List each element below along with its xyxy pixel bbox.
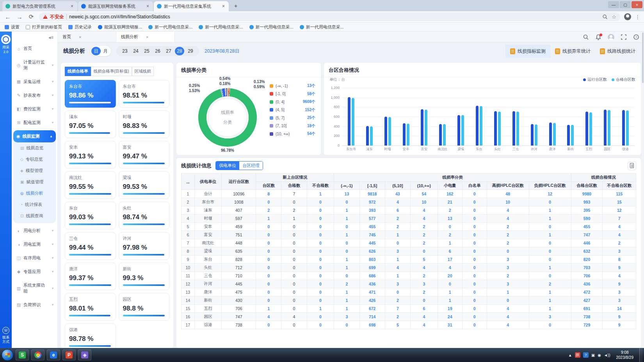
sidebar-subitem-模型管理[interactable]: ◈模型管理 — [13, 165, 56, 176]
table-row[interactable]: 5安丰45900004552200204554 — [181, 223, 636, 231]
cards-tab-线损合格率(目标值)[interactable]: 线损合格率(目标值) — [91, 67, 132, 76]
sidebar-item-用电分析[interactable]: ◐用电分析▼ — [12, 224, 57, 238]
back-icon[interactable]: ← — [4, 14, 12, 20]
maximize-button[interactable]: ▢ — [620, 1, 631, 8]
day-option-28[interactable]: 28 — [175, 47, 184, 55]
browser-tab[interactable]: 能源互联网营销服务系统× — [78, 1, 153, 11]
page-tab-线损分析[interactable]: 线损分析× — [116, 32, 175, 42]
minimize-button[interactable]: — — [608, 1, 619, 8]
sidebar-subitem-线损分析[interactable]: ◎线损分析 — [13, 188, 56, 199]
pass-rate-card[interactable]: 南沈灶99.55 % — [65, 171, 116, 199]
bookmark-item[interactable]: 新一代用电信息采... — [300, 24, 344, 30]
table-toggle-台区经理[interactable]: 台区经理 — [239, 161, 263, 170]
page-scrollbar[interactable] — [642, 32, 644, 348]
pass-rate-card[interactable]: 东台99.03 % — [65, 202, 116, 229]
sidebar-subitem-专职总览[interactable]: ◇专职总览 — [13, 154, 56, 165]
pass-rate-card[interactable]: 许河97.98 % — [119, 232, 170, 260]
tray-icon[interactable]: ◉ — [598, 353, 601, 357]
sidebar-item-负荷辨识[interactable]: ▨负荷辨识▼ — [12, 298, 57, 312]
refresh-icon[interactable]: ⟳ — [27, 13, 35, 20]
search-icon[interactable] — [583, 34, 589, 40]
sidebar-item-专题应用[interactable]: ◆专题应用▼ — [12, 265, 57, 279]
taskbar-app-eic-client[interactable]: ◈ — [78, 350, 91, 360]
view-tab-线损异常统计[interactable]: 线损异常统计 — [550, 45, 595, 58]
pass-rate-card[interactable]: 新街99.3 % — [119, 263, 170, 290]
bookmark-item[interactable]: 历史记录 — [68, 24, 92, 30]
tab-close-icon[interactable]: × — [146, 4, 150, 9]
user-avatar[interactable] — [608, 34, 614, 41]
tray-app-icon[interactable]: 拼 — [575, 352, 580, 358]
table-row[interactable]: 10头灶71200016994440317039 — [181, 264, 636, 272]
sidebar-item-配电监测[interactable]: ⊞配电监测▼ — [12, 116, 57, 130]
sidebar-subitem-线损总览[interactable]: ▤线损总览 — [13, 142, 56, 154]
help-icon[interactable]: ? — [633, 34, 639, 40]
pass-rate-card[interactable]: 东台市98.51 % — [119, 80, 170, 108]
day-option-23[interactable]: 23 — [120, 47, 130, 55]
table-row[interactable]: 13唐洋47500014710210114723 — [181, 288, 636, 296]
cards-tab-区域线损[interactable]: 区域线损 — [132, 67, 154, 76]
day-option-29[interactable]: 29 — [186, 47, 195, 55]
tray-icon[interactable]: ▲ — [568, 353, 572, 357]
table-row[interactable]: 1合计100968711398184354162048129980115 — [181, 190, 636, 198]
table-row[interactable]: 9东台828000180315170308208 — [181, 256, 636, 264]
tab-close-icon[interactable]: × — [70, 4, 74, 9]
pass-rate-card[interactable]: 梁垛99.53 % — [119, 171, 170, 199]
scrollbar-thumb[interactable] — [642, 32, 644, 83]
sidebar-subitem-统计报表[interactable]: ◔统计报表 — [13, 199, 56, 210]
bookmark-item[interactable]: 新一代用电信息采... — [148, 24, 192, 30]
pass-rate-card[interactable]: 唐洋99.37 % — [65, 263, 116, 290]
pass-rate-card[interactable]: 三仓99.44 % — [65, 232, 116, 260]
profile-avatar[interactable] — [624, 13, 631, 20]
table-row[interactable]: 11三仓710000068612200207064 — [181, 272, 636, 280]
taskbar-app-chrome[interactable] — [31, 350, 44, 360]
zoom-icon[interactable] — [602, 14, 608, 20]
new-tab-button[interactable]: + — [231, 2, 240, 10]
forward-icon[interactable]: → — [16, 14, 23, 20]
sidebar-item-线损监测[interactable]: ◉线损监测▲ — [13, 130, 56, 142]
pass-rate-card[interactable]: 园区98.8 % — [119, 293, 170, 321]
bookmark-item[interactable]: 新一代用电信息采... — [199, 24, 243, 30]
sidebar-collapse-icon[interactable]: ◂≡ — [12, 33, 57, 42]
sidebar-item-首页[interactable]: ⌂首页 — [12, 42, 57, 55]
page-tab-close-icon[interactable]: × — [146, 35, 148, 39]
taskbar-clock[interactable]: 9:08 2023/8/29 — [613, 350, 637, 360]
sidebar-subitem-赋值管理[interactable]: ▣赋值管理 — [13, 176, 56, 188]
table-row[interactable]: 16园区747440371424240437389 — [181, 313, 636, 321]
pass-rate-card[interactable]: 时堰98.83 % — [119, 110, 170, 138]
tray-help-icon[interactable]: ? — [583, 352, 589, 358]
page-tab-close-icon[interactable]: × — [79, 35, 81, 39]
pass-rate-card[interactable]: 富安99.47 % — [119, 141, 170, 169]
pass-rate-card[interactable]: 五烈98.01 % — [65, 293, 116, 321]
day-option-25[interactable]: 25 — [142, 47, 151, 55]
table-row[interactable]: 2东台市1008000097241021010099315 — [181, 198, 636, 206]
show-desktop-button[interactable] — [639, 348, 642, 362]
bookmark-item[interactable]: 能源互联网营销服... — [98, 24, 142, 30]
tray-icon[interactable]: ▣ — [591, 353, 595, 357]
period-option-月[interactable]: 月 — [101, 47, 110, 55]
table-row[interactable]: 7南沈灶44800004450210204462 — [181, 239, 636, 247]
bookmark-item[interactable]: 打开新的标签页 — [26, 24, 62, 30]
sidebar-item-用电监测[interactable]: ◑用电监测▼ — [12, 238, 57, 251]
bookmark-item[interactable]: 新一代用电信息采... — [249, 24, 294, 30]
bookmark-item[interactable]: 设置 — [5, 24, 20, 30]
sidebar-item-抄表发布[interactable]: ✎抄表发布▼ — [12, 89, 57, 102]
pass-rate-card[interactable]: 头灶98.74 % — [119, 202, 170, 229]
tab-close-icon[interactable]: × — [221, 4, 226, 9]
table-row[interactable]: 6富安75100017451220217474 — [181, 231, 636, 239]
start-button[interactable] — [2, 349, 13, 361]
table-row[interactable]: 8梁垛63500006263060006323 — [181, 247, 636, 256]
table-toggle-供电单位[interactable]: 供电单位 — [216, 161, 239, 170]
pass-rate-card[interactable]: 弶港98.78 % — [65, 323, 116, 348]
tray-icon[interactable]: ◄)) — [604, 353, 610, 357]
taskbar-app-sunlogin[interactable]: S — [16, 350, 29, 360]
table-row[interactable]: 12许河44500024363300324369 — [181, 280, 636, 288]
close-button[interactable]: × — [632, 1, 642, 8]
fullscreen-icon[interactable] — [621, 34, 627, 40]
view-tab-线路线损统计[interactable]: 线路线损统计 — [595, 45, 640, 58]
pass-rate-card[interactable]: 东台市98.86 % — [65, 80, 116, 108]
browser-tab[interactable]: 新型电力负荷管理系统× — [2, 1, 77, 11]
pass-rate-card[interactable]: 安丰99.13 % — [65, 141, 116, 169]
cards-tab-线损合格率[interactable]: 线损合格率 — [65, 67, 91, 76]
bookmark-star-icon[interactable]: ☆ — [612, 14, 616, 20]
table-row[interactable]: 17弶港738000069854310407299 — [181, 321, 636, 329]
